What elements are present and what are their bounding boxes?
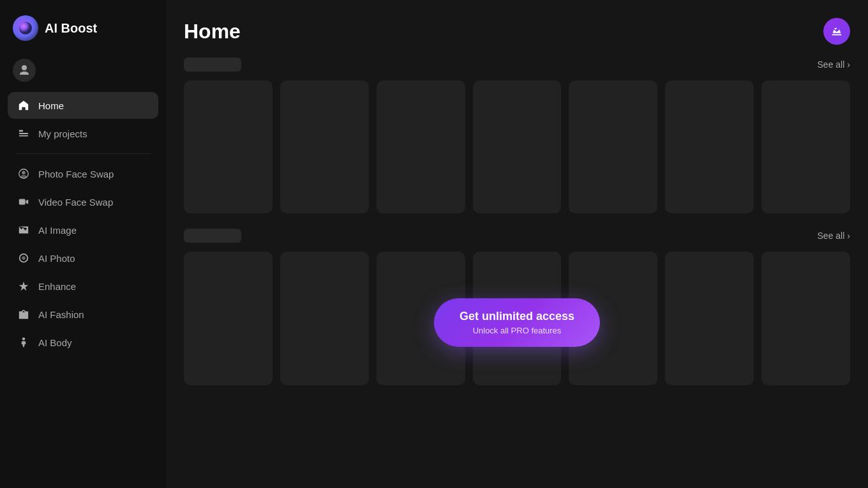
card-item[interactable] <box>473 80 562 213</box>
card-item[interactable] <box>184 252 273 385</box>
user-avatar-area <box>0 54 166 92</box>
section-2-header: See all › <box>184 229 850 243</box>
svg-rect-1 <box>19 130 23 132</box>
sidebar-item-ai-body[interactable]: AI Body <box>8 329 158 356</box>
svg-point-5 <box>22 171 25 174</box>
svg-marker-8 <box>19 282 28 291</box>
sidebar-label-my-projects: My projects <box>38 128 87 139</box>
sidebar-label-ai-body: AI Body <box>38 337 72 348</box>
ai-fashion-icon <box>17 307 31 321</box>
svg-point-7 <box>22 256 25 259</box>
sidebar-label-photo-face-swap: Photo Face Swap <box>38 169 114 179</box>
sidebar-item-ai-image[interactable]: AI Image <box>8 217 158 243</box>
sidebar-item-home[interactable]: Home <box>8 92 158 119</box>
sidebar-nav: Home My projects Photo Face Sw <box>0 92 166 478</box>
upgrade-popup[interactable]: Get unlimited access Unlock all PRO feat… <box>434 298 600 347</box>
sidebar-label-enhance: Enhance <box>38 281 76 292</box>
svg-rect-2 <box>19 133 28 134</box>
see-all-2[interactable]: See all › <box>818 231 850 241</box>
card-item[interactable] <box>665 80 754 213</box>
avatar[interactable] <box>13 59 36 82</box>
sidebar-item-ai-fashion[interactable]: AI Fashion <box>8 301 158 328</box>
card-item[interactable] <box>377 80 465 213</box>
sidebar-item-enhance[interactable]: Enhance <box>8 273 158 300</box>
home-icon <box>17 98 31 112</box>
app-logo[interactable]: AI Boost <box>0 10 166 54</box>
sidebar: AI Boost Home My <box>0 0 166 488</box>
svg-point-9 <box>22 337 26 340</box>
sidebar-label-ai-image: AI Image <box>38 225 77 236</box>
section-1-label <box>184 57 241 72</box>
section-1-header: See all › <box>184 57 850 72</box>
sidebar-label-home: Home <box>38 100 64 111</box>
chevron-right-icon: › <box>847 231 850 241</box>
see-all-1[interactable]: See all › <box>818 59 850 70</box>
card-item[interactable] <box>665 252 754 385</box>
card-item[interactable] <box>761 80 850 213</box>
section-1: See all › <box>184 57 850 213</box>
main-content: Home See all › <box>166 0 868 488</box>
pro-button[interactable] <box>823 18 850 45</box>
ai-body-icon <box>17 335 31 349</box>
sidebar-label-ai-fashion: AI Fashion <box>38 309 84 320</box>
card-item[interactable] <box>280 252 369 385</box>
projects-icon <box>17 126 31 141</box>
sidebar-item-video-face-swap[interactable]: Video Face Swap <box>8 188 158 215</box>
card-item[interactable] <box>280 80 369 213</box>
sidebar-item-photo-face-swap[interactable]: Photo Face Swap <box>8 160 158 187</box>
svg-rect-3 <box>19 135 28 137</box>
sidebar-item-my-projects[interactable]: My projects <box>8 120 158 147</box>
card-item[interactable] <box>761 252 850 385</box>
ai-image-icon <box>17 223 31 237</box>
sidebar-label-video-face-swap: Video Face Swap <box>38 197 113 208</box>
chevron-right-icon: › <box>847 59 850 70</box>
section-1-grid <box>184 80 850 213</box>
card-item[interactable] <box>184 80 273 213</box>
main-header: Home <box>184 18 850 45</box>
popup-subtitle: Unlock all PRO features <box>460 326 574 335</box>
svg-point-0 <box>19 22 32 34</box>
video-face-swap-icon <box>17 195 31 209</box>
sidebar-item-ai-photo[interactable]: AI Photo <box>8 245 158 271</box>
page-title: Home <box>184 20 241 43</box>
ai-photo-icon <box>17 251 31 265</box>
upgrade-popup-overlay: Get unlimited access Unlock all PRO feat… <box>434 298 600 347</box>
enhance-icon <box>17 279 31 293</box>
sidebar-label-ai-photo: AI Photo <box>38 253 75 264</box>
card-item[interactable] <box>569 80 657 213</box>
nav-divider <box>15 153 151 154</box>
popup-title: Get unlimited access <box>460 310 574 323</box>
svg-rect-6 <box>19 199 26 205</box>
logo-icon <box>13 15 38 41</box>
app-name: AI Boost <box>45 21 97 36</box>
section-2-label <box>184 229 241 243</box>
section-2: See all › Get unlimited access Unlock al… <box>184 229 850 385</box>
photo-face-swap-icon <box>17 167 31 181</box>
